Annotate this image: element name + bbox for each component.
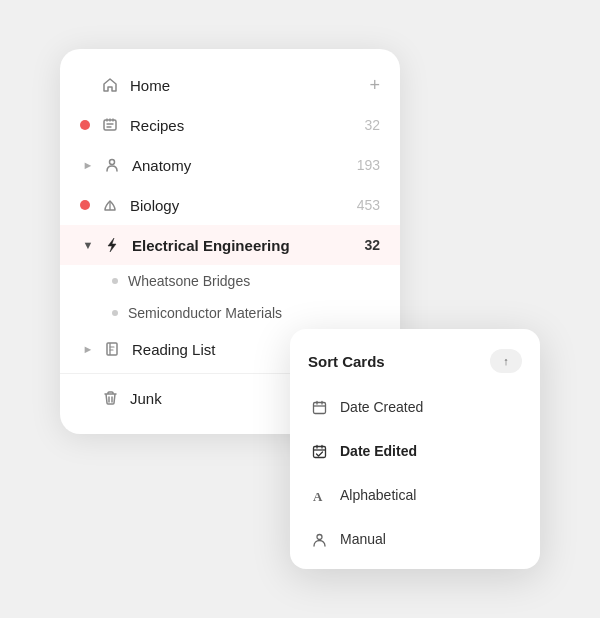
svg-rect-3 bbox=[313, 402, 325, 413]
biology-label: Biology bbox=[130, 197, 179, 214]
date-edited-label: Date Edited bbox=[340, 443, 417, 459]
sub-item-semiconductor[interactable]: Semiconductor Materials bbox=[60, 297, 400, 329]
svg-text:A: A bbox=[313, 489, 323, 503]
svg-rect-2 bbox=[107, 343, 117, 355]
sidebar-item-electrical[interactable]: ▼ Electrical Engineering 32 bbox=[60, 225, 400, 265]
calendar-check-icon bbox=[308, 440, 330, 462]
electrical-label: Electrical Engineering bbox=[132, 237, 290, 254]
sidebar-item-anatomy[interactable]: ► Anatomy 193 bbox=[60, 145, 400, 185]
recipes-label: Recipes bbox=[130, 117, 184, 134]
anatomy-chevron: ► bbox=[80, 157, 96, 173]
sub-dot-2 bbox=[112, 310, 118, 316]
sort-toggle-button[interactable]: ↑ bbox=[490, 349, 522, 373]
sort-header: Sort Cards ↑ bbox=[290, 337, 540, 385]
anatomy-count: 193 bbox=[357, 157, 380, 173]
sort-dropdown: Sort Cards ↑ Date Created bbox=[290, 329, 540, 569]
sort-item-alphabetical[interactable]: A Alphabetical bbox=[290, 473, 540, 517]
anatomy-icon bbox=[102, 155, 122, 175]
sort-item-date-edited[interactable]: Date Edited bbox=[290, 429, 540, 473]
alpha-icon: A bbox=[308, 484, 330, 506]
dot-placeholder bbox=[80, 80, 90, 90]
sort-item-manual[interactable]: Manual bbox=[290, 517, 540, 561]
trash-icon bbox=[100, 388, 120, 408]
electrical-chevron: ▼ bbox=[80, 237, 96, 253]
lightning-icon bbox=[102, 235, 122, 255]
sort-item-date-created[interactable]: Date Created bbox=[290, 385, 540, 429]
reading-label: Reading List bbox=[132, 341, 215, 358]
sidebar-item-home[interactable]: Home + bbox=[60, 65, 400, 105]
biology-dot bbox=[80, 200, 90, 210]
recipes-dot bbox=[80, 120, 90, 130]
sub-label-2: Semiconductor Materials bbox=[128, 305, 282, 321]
recipes-count: 32 bbox=[364, 117, 380, 133]
reading-chevron: ► bbox=[80, 341, 96, 357]
biology-count: 453 bbox=[357, 197, 380, 213]
sub-label-1: Wheatsone Bridges bbox=[128, 273, 250, 289]
biology-icon bbox=[100, 195, 120, 215]
manual-label: Manual bbox=[340, 531, 386, 547]
sidebar-item-biology[interactable]: Biology 453 bbox=[60, 185, 400, 225]
sidebar-item-recipes[interactable]: Recipes 32 bbox=[60, 105, 400, 145]
electrical-count: 32 bbox=[364, 237, 380, 253]
svg-point-6 bbox=[317, 534, 322, 539]
junk-label: Junk bbox=[130, 390, 162, 407]
person-icon bbox=[308, 528, 330, 550]
date-created-label: Date Created bbox=[340, 399, 423, 415]
dot-placeholder-junk bbox=[80, 393, 90, 403]
sub-item-wheatsone[interactable]: Wheatsone Bridges bbox=[60, 265, 400, 297]
home-icon bbox=[100, 75, 120, 95]
recipes-icon bbox=[100, 115, 120, 135]
svg-point-1 bbox=[110, 160, 115, 165]
book-icon bbox=[102, 339, 122, 359]
add-button[interactable]: + bbox=[369, 76, 380, 94]
sub-dot-1 bbox=[112, 278, 118, 284]
scene: Home + Recipes 32 ► bbox=[60, 49, 540, 569]
sort-title: Sort Cards bbox=[308, 353, 385, 370]
calendar-icon bbox=[308, 396, 330, 418]
home-label: Home bbox=[130, 77, 170, 94]
alphabetical-label: Alphabetical bbox=[340, 487, 416, 503]
anatomy-label: Anatomy bbox=[132, 157, 191, 174]
